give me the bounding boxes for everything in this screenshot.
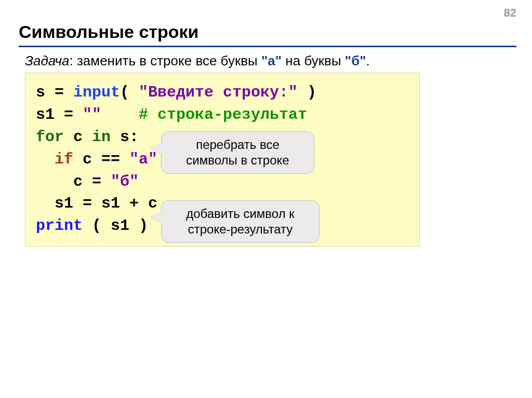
page-number: 82 (504, 6, 516, 20)
code-l1-d: "Введите строку:" (139, 84, 298, 101)
code-l5-b: "б" (111, 173, 139, 190)
callout-2-row2: строке-результату (172, 222, 309, 237)
code-l3-d: s: (111, 128, 139, 146)
code-l4-a (36, 150, 55, 168)
code-l3-b: c (64, 128, 92, 146)
callout-2-row1: добавить символ к (172, 206, 309, 222)
code-l1-a: s = (36, 84, 73, 101)
code-l3-c: in (92, 128, 111, 146)
code-l2-b: "" (83, 106, 101, 123)
code-l2-a: s1 = (36, 106, 83, 123)
code-l1-b: input (73, 84, 120, 101)
task-quote-a: "а" (261, 53, 282, 68)
code-l6-a: s1 = s1 + c (36, 195, 157, 212)
code-l7-a: print (36, 217, 83, 235)
callout-1-row2: символы в строке (172, 153, 303, 168)
code-l4-c: c == (73, 150, 129, 168)
code-l4-b: if (55, 150, 73, 168)
callout-iterate: перебрать все символы в строке (161, 131, 314, 174)
code-l1-c: ( (120, 84, 139, 101)
task-quote-b: "б" (345, 53, 366, 68)
callout-1-row1: перебрать все (172, 137, 303, 153)
task-text-1: : заменить в строке все буквы (69, 53, 261, 68)
code-l2-c (101, 106, 139, 123)
title-underline (19, 46, 516, 47)
code-l5-a: c = (36, 173, 111, 190)
callout-append: добавить символ к строке-результату (161, 200, 320, 243)
code-l3-a: for (36, 128, 64, 146)
task-text-3: . (366, 53, 370, 68)
task-text-2: на буквы (282, 53, 345, 68)
code-l2-d: # строка-результат (139, 106, 307, 123)
task-text: Задача: заменить в строке все буквы "а" … (25, 53, 370, 69)
code-l1-e: ) (298, 84, 316, 101)
page-title: Символьные строки (19, 22, 198, 42)
task-label: Задача (25, 53, 69, 68)
code-l7-b: ( s1 ) (83, 217, 148, 235)
